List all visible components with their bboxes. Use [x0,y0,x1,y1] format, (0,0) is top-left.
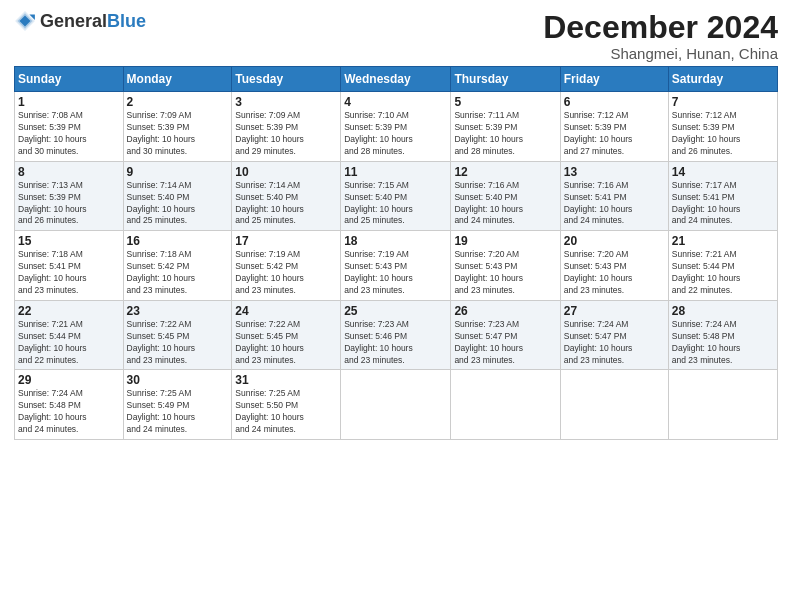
calendar-cell: 15Sunrise: 7:18 AMSunset: 5:41 PMDayligh… [15,231,124,301]
day-number: 24 [235,304,337,318]
header: GeneralBlue December 2024 Shangmei, Huna… [14,10,778,62]
calendar-cell: 25Sunrise: 7:23 AMSunset: 5:46 PMDayligh… [341,300,451,370]
day-number: 10 [235,165,337,179]
location-title: Shangmei, Hunan, China [543,45,778,62]
calendar-cell: 23Sunrise: 7:22 AMSunset: 5:45 PMDayligh… [123,300,232,370]
day-number: 19 [454,234,556,248]
calendar-cell: 21Sunrise: 7:21 AMSunset: 5:44 PMDayligh… [668,231,777,301]
weekday-header-thursday: Thursday [451,67,560,92]
day-number: 17 [235,234,337,248]
day-info: Sunrise: 7:21 AMSunset: 5:44 PMDaylight:… [672,249,774,297]
day-number: 6 [564,95,665,109]
calendar-cell: 16Sunrise: 7:18 AMSunset: 5:42 PMDayligh… [123,231,232,301]
calendar-cell: 11Sunrise: 7:15 AMSunset: 5:40 PMDayligh… [341,161,451,231]
day-info: Sunrise: 7:24 AMSunset: 5:48 PMDaylight:… [672,319,774,367]
calendar-cell: 30Sunrise: 7:25 AMSunset: 5:49 PMDayligh… [123,370,232,440]
calendar-cell [560,370,668,440]
day-number: 21 [672,234,774,248]
calendar-week-5: 29Sunrise: 7:24 AMSunset: 5:48 PMDayligh… [15,370,778,440]
day-number: 11 [344,165,447,179]
calendar-cell: 13Sunrise: 7:16 AMSunset: 5:41 PMDayligh… [560,161,668,231]
day-number: 27 [564,304,665,318]
day-info: Sunrise: 7:09 AMSunset: 5:39 PMDaylight:… [235,110,337,158]
day-number: 9 [127,165,229,179]
calendar-cell: 27Sunrise: 7:24 AMSunset: 5:47 PMDayligh… [560,300,668,370]
day-number: 2 [127,95,229,109]
calendar-cell [668,370,777,440]
calendar-cell: 18Sunrise: 7:19 AMSunset: 5:43 PMDayligh… [341,231,451,301]
calendar-cell: 1Sunrise: 7:08 AMSunset: 5:39 PMDaylight… [15,92,124,162]
weekday-header-saturday: Saturday [668,67,777,92]
calendar-body: 1Sunrise: 7:08 AMSunset: 5:39 PMDaylight… [15,92,778,440]
day-info: Sunrise: 7:11 AMSunset: 5:39 PMDaylight:… [454,110,556,158]
day-number: 29 [18,373,120,387]
day-number: 25 [344,304,447,318]
calendar-cell: 10Sunrise: 7:14 AMSunset: 5:40 PMDayligh… [232,161,341,231]
weekday-header-friday: Friday [560,67,668,92]
calendar-cell [451,370,560,440]
day-info: Sunrise: 7:18 AMSunset: 5:42 PMDaylight:… [127,249,229,297]
day-number: 30 [127,373,229,387]
calendar-cell: 19Sunrise: 7:20 AMSunset: 5:43 PMDayligh… [451,231,560,301]
day-info: Sunrise: 7:19 AMSunset: 5:42 PMDaylight:… [235,249,337,297]
calendar-cell: 8Sunrise: 7:13 AMSunset: 5:39 PMDaylight… [15,161,124,231]
day-info: Sunrise: 7:23 AMSunset: 5:47 PMDaylight:… [454,319,556,367]
calendar-cell: 20Sunrise: 7:20 AMSunset: 5:43 PMDayligh… [560,231,668,301]
day-info: Sunrise: 7:25 AMSunset: 5:50 PMDaylight:… [235,388,337,436]
day-number: 5 [454,95,556,109]
day-number: 22 [18,304,120,318]
day-info: Sunrise: 7:16 AMSunset: 5:41 PMDaylight:… [564,180,665,228]
day-info: Sunrise: 7:15 AMSunset: 5:40 PMDaylight:… [344,180,447,228]
calendar-cell: 28Sunrise: 7:24 AMSunset: 5:48 PMDayligh… [668,300,777,370]
day-number: 15 [18,234,120,248]
day-number: 13 [564,165,665,179]
month-title: December 2024 [543,10,778,45]
weekday-header-wednesday: Wednesday [341,67,451,92]
day-info: Sunrise: 7:25 AMSunset: 5:49 PMDaylight:… [127,388,229,436]
day-info: Sunrise: 7:12 AMSunset: 5:39 PMDaylight:… [672,110,774,158]
day-info: Sunrise: 7:08 AMSunset: 5:39 PMDaylight:… [18,110,120,158]
day-number: 4 [344,95,447,109]
day-info: Sunrise: 7:24 AMSunset: 5:47 PMDaylight:… [564,319,665,367]
calendar-table: SundayMondayTuesdayWednesdayThursdayFrid… [14,66,778,440]
calendar-cell: 22Sunrise: 7:21 AMSunset: 5:44 PMDayligh… [15,300,124,370]
logo: GeneralBlue [14,10,146,32]
calendar-cell: 26Sunrise: 7:23 AMSunset: 5:47 PMDayligh… [451,300,560,370]
day-info: Sunrise: 7:10 AMSunset: 5:39 PMDaylight:… [344,110,447,158]
calendar-cell: 12Sunrise: 7:16 AMSunset: 5:40 PMDayligh… [451,161,560,231]
calendar-week-1: 1Sunrise: 7:08 AMSunset: 5:39 PMDaylight… [15,92,778,162]
day-info: Sunrise: 7:17 AMSunset: 5:41 PMDaylight:… [672,180,774,228]
day-info: Sunrise: 7:20 AMSunset: 5:43 PMDaylight:… [454,249,556,297]
weekday-header-tuesday: Tuesday [232,67,341,92]
weekday-header-row: SundayMondayTuesdayWednesdayThursdayFrid… [15,67,778,92]
weekday-header-sunday: Sunday [15,67,124,92]
day-info: Sunrise: 7:14 AMSunset: 5:40 PMDaylight:… [127,180,229,228]
logo-general: General [40,11,107,31]
day-number: 14 [672,165,774,179]
day-number: 3 [235,95,337,109]
day-info: Sunrise: 7:09 AMSunset: 5:39 PMDaylight:… [127,110,229,158]
title-block: December 2024 Shangmei, Hunan, China [543,10,778,62]
day-number: 16 [127,234,229,248]
page-container: GeneralBlue December 2024 Shangmei, Huna… [0,0,792,446]
weekday-header-monday: Monday [123,67,232,92]
calendar-cell: 3Sunrise: 7:09 AMSunset: 5:39 PMDaylight… [232,92,341,162]
day-info: Sunrise: 7:12 AMSunset: 5:39 PMDaylight:… [564,110,665,158]
day-number: 20 [564,234,665,248]
day-info: Sunrise: 7:13 AMSunset: 5:39 PMDaylight:… [18,180,120,228]
day-info: Sunrise: 7:21 AMSunset: 5:44 PMDaylight:… [18,319,120,367]
calendar-week-3: 15Sunrise: 7:18 AMSunset: 5:41 PMDayligh… [15,231,778,301]
day-number: 23 [127,304,229,318]
day-info: Sunrise: 7:24 AMSunset: 5:48 PMDaylight:… [18,388,120,436]
calendar-cell: 6Sunrise: 7:12 AMSunset: 5:39 PMDaylight… [560,92,668,162]
calendar-header: SundayMondayTuesdayWednesdayThursdayFrid… [15,67,778,92]
calendar-week-2: 8Sunrise: 7:13 AMSunset: 5:39 PMDaylight… [15,161,778,231]
calendar-cell: 17Sunrise: 7:19 AMSunset: 5:42 PMDayligh… [232,231,341,301]
calendar-cell: 4Sunrise: 7:10 AMSunset: 5:39 PMDaylight… [341,92,451,162]
day-number: 7 [672,95,774,109]
day-info: Sunrise: 7:16 AMSunset: 5:40 PMDaylight:… [454,180,556,228]
calendar-week-4: 22Sunrise: 7:21 AMSunset: 5:44 PMDayligh… [15,300,778,370]
logo-blue: Blue [107,11,146,31]
day-info: Sunrise: 7:22 AMSunset: 5:45 PMDaylight:… [235,319,337,367]
day-number: 8 [18,165,120,179]
